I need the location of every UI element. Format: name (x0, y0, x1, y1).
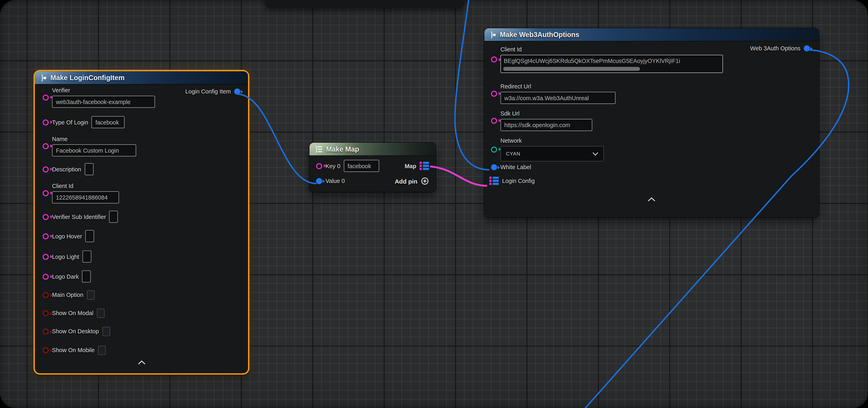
client-id-pin[interactable] (491, 57, 497, 63)
make-struct-icon (489, 31, 496, 38)
white-label-pin[interactable] (491, 164, 497, 170)
pin-row-sdk-url: Sdk Url https://sdk.openlogin.com (491, 110, 592, 131)
wire-loginconfigitem-to-value0 (237, 94, 317, 183)
key0-pin[interactable] (316, 163, 322, 169)
offscreen-node-bottom-edge[interactable] (265, 0, 465, 8)
node-make-web3authoptions[interactable]: Make Web3AuthOptions Web 3Auth Options C… (485, 28, 819, 217)
logo-hover-input[interactable] (86, 230, 94, 242)
pin-row-login-config: Login Config (489, 176, 535, 185)
node-header[interactable]: Make Web3AuthOptions (485, 28, 819, 41)
pin-row-network: Network CYAN (491, 137, 604, 162)
blueprint-graph-canvas[interactable]: Make LoginConfigItem Login Config Item V… (0, 0, 868, 408)
logo-dark-input[interactable] (82, 270, 91, 282)
show-on-modal-pin[interactable] (42, 310, 49, 316)
client-id-value: BEglQSgt4cUWcj6SKRdu5QkOXTsePmMcusG5EAoy… (504, 58, 721, 64)
key0-input[interactable]: facebook (344, 160, 379, 172)
node-header[interactable]: Make Map (309, 143, 436, 156)
show-on-desktop-checkbox[interactable] (102, 327, 110, 336)
pin-row-verifier: Verifier web3auth-facebook-example (42, 87, 155, 108)
verifier-input[interactable]: web3auth-facebook-example (52, 96, 155, 108)
client-id-pin[interactable] (42, 190, 49, 196)
web3auth-options-output-pin[interactable] (804, 45, 810, 52)
client-id-input[interactable]: BEglQSgt4cUWcj6SKRdu5QkOXTsePmMcusG5EAoy… (500, 55, 723, 73)
client-id-label: Client Id (500, 46, 723, 53)
name-label: Name (52, 135, 136, 143)
add-pin-icon[interactable] (421, 177, 429, 185)
type-of-login-input[interactable]: facebook (92, 116, 125, 128)
node-header[interactable]: Make LoginConfigItem (35, 71, 248, 84)
pin-row-value0-addpin: Value 0 Add pin (316, 177, 429, 185)
output-pin-label: Login Config Item (185, 88, 231, 95)
node-title: Make Web3AuthOptions (500, 31, 579, 38)
show-on-modal-checkbox[interactable] (97, 309, 104, 318)
verifier-sub-identifier-label: Verifier Sub Identifier (52, 213, 106, 220)
redirect-url-pin[interactable] (491, 91, 497, 97)
show-on-desktop-label: Show On Desktop (52, 328, 99, 335)
collapse-node-chevron-icon[interactable] (138, 361, 146, 365)
output-pin-row: Login Config Item (185, 88, 240, 95)
pin-row-redirect-url: Redirect Url w3a://com.w3a.Web3AuthUnrea… (491, 83, 616, 104)
pin-row-white-label: White Label (491, 164, 531, 171)
type-of-login-label: Type Of Login (52, 118, 88, 126)
verifier-sub-identifier-input[interactable] (110, 211, 118, 223)
output-pin-label: Web 3Auth Options (750, 45, 800, 52)
make-map-icon (314, 145, 323, 153)
value0-pin[interactable] (316, 178, 322, 184)
sdk-url-pin[interactable] (491, 117, 497, 124)
pin-row-client-id: Client Id 1222658941886084 (42, 182, 119, 204)
map-output-pin[interactable] (420, 162, 429, 170)
name-pin[interactable] (42, 143, 49, 149)
network-pin[interactable] (491, 146, 497, 152)
collapse-node-chevron-icon[interactable] (648, 197, 655, 202)
client-id-label: Client Id (52, 182, 119, 190)
verifier-pin[interactable] (42, 94, 49, 100)
redirect-url-label: Redirect Url (500, 83, 616, 90)
node-make-loginconfigitem[interactable]: Make LoginConfigItem Login Config Item V… (35, 71, 248, 373)
logo-dark-label: Logo Dark (52, 273, 79, 280)
network-dropdown[interactable]: CYAN (500, 146, 604, 161)
pin-row-verifier-sub-identifier: Verifier Sub Identifier (42, 211, 118, 223)
network-selected-value: CYAN (506, 151, 520, 157)
node-make-map[interactable]: Make Map Key 0 facebook Map Value 0 Add … (309, 143, 436, 192)
logo-light-label: Logo Light (52, 253, 79, 260)
pin-row-logo-dark: Logo Dark (42, 270, 91, 282)
pin-row-show-on-modal: Show On Modal (42, 309, 104, 318)
description-pin[interactable] (42, 166, 49, 172)
login-config-label: Login Config (502, 177, 535, 184)
map-output-label: Map (405, 162, 416, 170)
description-input[interactable] (85, 163, 93, 175)
add-pin-label[interactable]: Add pin (395, 178, 417, 184)
pin-row-description: Description (42, 163, 93, 175)
node-title: Make Map (326, 145, 359, 153)
main-option-pin[interactable] (42, 292, 49, 298)
network-label: Network (500, 137, 604, 144)
pin-row-key0-map: Key 0 facebook Map (316, 160, 429, 172)
login-config-pin[interactable] (489, 176, 499, 185)
pin-row-logo-hover: Logo Hover (42, 230, 94, 242)
logo-light-pin[interactable] (42, 253, 49, 260)
chevron-down-icon (592, 152, 598, 156)
pin-row-main-option: Main Option (42, 290, 94, 300)
main-option-label: Main Option (52, 292, 84, 299)
type-of-login-pin[interactable] (42, 119, 49, 125)
name-input[interactable]: Facebook Custom Login (52, 144, 136, 157)
redirect-url-input[interactable]: w3a://com.w3a.Web3AuthUnreal (500, 92, 616, 104)
main-option-checkbox[interactable] (87, 290, 94, 300)
sdk-url-input[interactable]: https://sdk.openlogin.com (500, 119, 592, 131)
logo-light-input[interactable] (83, 250, 91, 263)
wire-map-to-login-config (430, 166, 487, 186)
pin-row-name: Name Facebook Custom Login (42, 135, 136, 157)
verifier-sub-identifier-pin[interactable] (42, 214, 49, 220)
logo-hover-pin[interactable] (42, 233, 49, 239)
pin-row-type-of-login: Type Of Login facebook (42, 116, 125, 128)
show-on-mobile-label: Show On Mobile (52, 347, 95, 354)
login-config-item-output-pin[interactable] (234, 89, 240, 95)
client-id-scrollbar[interactable] (503, 67, 640, 71)
node-title: Make LoginConfigItem (51, 74, 125, 81)
logo-dark-pin[interactable] (42, 273, 49, 279)
client-id-input[interactable]: 1222658941886084 (52, 191, 119, 203)
pin-row-show-on-desktop: Show On Desktop (42, 327, 110, 336)
show-on-mobile-checkbox[interactable] (98, 346, 106, 355)
show-on-mobile-pin[interactable] (42, 347, 49, 353)
show-on-desktop-pin[interactable] (42, 329, 49, 335)
